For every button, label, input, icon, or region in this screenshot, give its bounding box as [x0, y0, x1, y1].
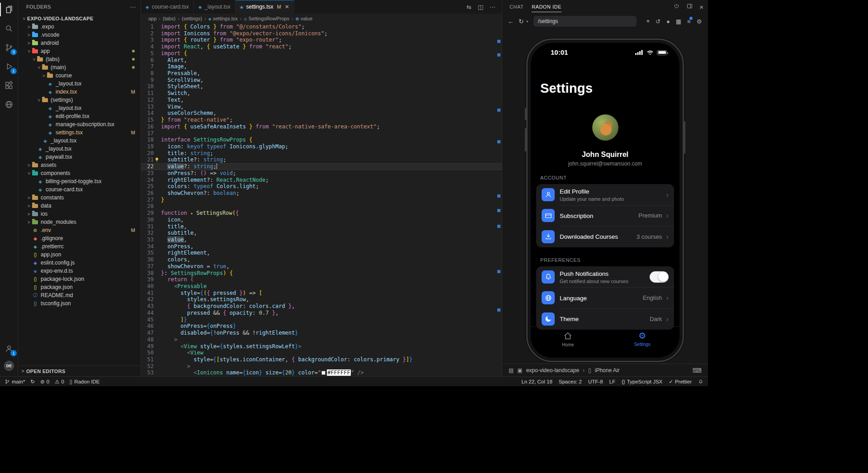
breadcrumb-item[interactable]: ◇ SettingsRowProps	[244, 16, 289, 21]
tree-item[interactable]: ◈_layout.tsx	[18, 80, 141, 88]
code-line[interactable]: 5import {	[141, 50, 502, 57]
avatar[interactable]	[592, 114, 618, 141]
status-item[interactable]: UTF-8	[588, 379, 603, 384]
code-line[interactable]: 23 onPress?: () => void;	[141, 170, 502, 177]
tree-item[interactable]: {}package.json	[18, 283, 141, 291]
status-item[interactable]: ⊘0	[40, 378, 49, 385]
tree-item[interactable]: ⚙.envM	[18, 226, 141, 234]
tree-item[interactable]: ◈settings.tsxM	[18, 128, 141, 137]
status-item[interactable]: ✓Prettier	[669, 378, 692, 385]
code-line[interactable]: 27}	[141, 197, 502, 203]
status-item[interactable]: {}TypeScript JSX	[622, 379, 662, 384]
tree-item[interactable]: >app	[18, 47, 141, 55]
keyboard-icon[interactable]: ⌨	[693, 367, 702, 374]
settings-row[interactable]: Push NotificationsGet notified about new…	[536, 266, 674, 288]
code-line[interactable]: 35 rightElement,	[141, 250, 502, 256]
tree-item[interactable]: >.expo	[18, 23, 141, 31]
settings-row[interactable]: LanguageEnglish›	[536, 287, 674, 308]
code-line[interactable]: 15} from "react-native";	[141, 117, 502, 123]
tree-item[interactable]: ◈billing-period-toggle.tsx	[18, 177, 141, 185]
code-line[interactable]: 17	[141, 130, 502, 137]
code-line[interactable]: 1import { Colors } from "@/constants/Col…	[141, 24, 502, 30]
code-line[interactable]: 32 subtitle,	[141, 230, 502, 236]
settings-row[interactable]: Downloaded Courses3 courses›	[536, 226, 674, 247]
tree-item[interactable]: >.vscode	[18, 31, 141, 39]
tree-item[interactable]: ◈_layout.tsx	[18, 104, 141, 112]
tree-item[interactable]: >(tabs)	[18, 55, 141, 63]
phone-tab-settings[interactable]: ⚙Settings	[605, 327, 680, 358]
tree-item[interactable]: >assets	[18, 161, 141, 169]
tree-item[interactable]: {}tsconfig.json	[18, 299, 141, 307]
remote-icon[interactable]	[0, 95, 18, 114]
panel-tab-radon-ide[interactable]: RADON IDE	[532, 0, 561, 14]
tree-item[interactable]: >data	[18, 202, 141, 210]
code-line[interactable]: 20 title: string;	[141, 150, 502, 157]
tree-item[interactable]: >EXPO-VIDEO-LANDSCAPE	[18, 14, 141, 23]
settings-row[interactable]: SubscriptionPremium›	[536, 205, 674, 227]
tree-item[interactable]: >node_modules	[18, 218, 141, 226]
code-editor[interactable]: 1import { Colors } from "@/constants/Col…	[141, 24, 502, 376]
status-item[interactable]: main*	[5, 379, 25, 384]
status-item[interactable]: LF	[609, 379, 615, 384]
panel-layout-icon[interactable]	[686, 3, 693, 11]
tree-item[interactable]: {}app.json	[18, 251, 141, 259]
tree-item[interactable]: >(settings)	[18, 96, 141, 104]
code-line[interactable]: 39 return (	[141, 276, 502, 283]
code-line[interactable]: 30 icon,	[141, 217, 502, 223]
code-line[interactable]: 9 ScrollView,	[141, 77, 502, 84]
chevron-down-icon[interactable]: ▼	[526, 20, 529, 23]
code-line[interactable]: 28	[141, 203, 502, 210]
code-line[interactable]: 19 icon: keyof typeof Ionicons.glyphMap;	[141, 143, 502, 150]
code-line[interactable]: 51 style={[styles.iconContainer, { backg…	[141, 356, 502, 363]
code-line[interactable]: 8 Pressable,	[141, 70, 502, 77]
code-line[interactable]: 52 >	[141, 363, 502, 370]
overview-ruler[interactable]	[496, 24, 502, 376]
editor-tab[interactable]: ◈settings.tsxM✕	[236, 0, 294, 14]
back-icon[interactable]: ←	[508, 18, 514, 25]
record-icon[interactable]: ●	[666, 18, 670, 25]
tree-item[interactable]: ◈index.tsxM	[18, 88, 141, 96]
breadcrumb-item[interactable]: ◈ settings.tsx	[208, 16, 238, 21]
search-icon[interactable]	[0, 19, 18, 38]
lightbulb-icon[interactable]	[154, 157, 160, 162]
code-line[interactable]: 45 ]}	[141, 317, 502, 323]
code-line[interactable]: 7 Image,	[141, 63, 502, 70]
code-line[interactable]: 14 useColorScheme,	[141, 110, 502, 117]
settings-icon[interactable]: ⚙	[697, 18, 702, 25]
code-line[interactable]: 25 colors: typeof Colors.light;	[141, 183, 502, 190]
code-line[interactable]: 38}: SettingsRowProps) {	[141, 270, 502, 277]
code-line[interactable]: 3import { router } from "expo-router";	[141, 37, 502, 43]
tree-item[interactable]: >android	[18, 39, 141, 47]
code-line[interactable]: 43 { backgroundColor: colors.card },	[141, 303, 502, 310]
code-line[interactable]: 46 onPress={onPress}	[141, 323, 502, 330]
code-line[interactable]: 29function ✦ SettingsRow({	[141, 210, 502, 217]
split-editor-icon[interactable]: ◫	[478, 4, 483, 10]
breadcrumb-item[interactable]: (settings)	[182, 16, 202, 21]
screenshot-icon[interactable]: ▦	[676, 18, 681, 25]
more-actions-icon[interactable]: ⋯	[130, 4, 136, 10]
code-line[interactable]: 4import React, { useState } from "react"…	[141, 43, 502, 50]
reload-icon[interactable]: ↻	[519, 18, 524, 25]
editor-tab[interactable]: ◈course-card.tsx	[141, 0, 194, 14]
code-line[interactable]: 10 StyleSheet,	[141, 83, 502, 90]
tree-item[interactable]: >constants	[18, 194, 141, 202]
code-line[interactable]: 21 subtitle?: string;	[141, 156, 502, 163]
tree-item[interactable]: >course	[18, 71, 141, 80]
compare-changes-icon[interactable]: ⇆	[467, 4, 472, 10]
code-line[interactable]: 33 value,	[141, 236, 502, 243]
profile-avatar[interactable]: DE	[4, 361, 14, 371]
device-selector[interactable]: iPhone Air	[595, 367, 620, 374]
code-line[interactable]: 22 value?: string;	[141, 163, 502, 170]
power-icon[interactable]	[673, 3, 680, 11]
status-item[interactable]	[698, 379, 703, 384]
code-line[interactable]: 49 <View style={styles.settingsRowLeft}>	[141, 343, 502, 350]
status-item[interactable]: ↻	[30, 378, 35, 385]
close-icon[interactable]: ×	[699, 3, 703, 11]
code-line[interactable]: 26 showChevron?: boolean;	[141, 190, 502, 197]
breadcrumb-item[interactable]: (tabs)	[163, 16, 175, 21]
phone-screen[interactable]: 10:01 Settings John Squirrel john.squirr…	[531, 43, 679, 358]
close-icon[interactable]: ✕	[285, 4, 289, 10]
toggle-switch[interactable]	[650, 271, 669, 283]
code-line[interactable]: 53 <Ionicons name={icon} size={20} color…	[141, 369, 502, 376]
code-line[interactable]: 13 View,	[141, 104, 502, 110]
